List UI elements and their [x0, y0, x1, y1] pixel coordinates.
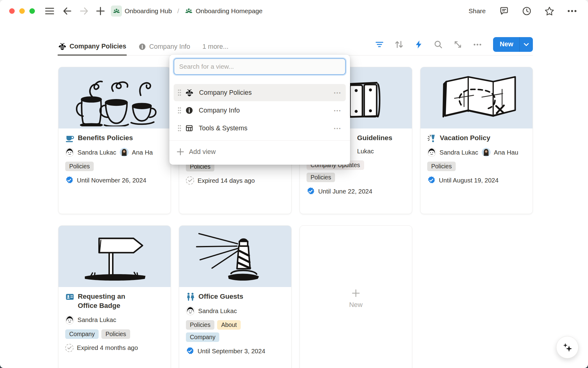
breadcrumb-hub-label: Onboarding Hub [125, 7, 172, 15]
card-authors: Sandra Lukac Ana Ha [65, 148, 164, 157]
more-options-icon[interactable] [565, 4, 579, 18]
card-benefits-policies[interactable]: Benefits Policies Sandra Lukac Ana Ha Po… [58, 67, 171, 214]
tag: Company [186, 332, 219, 342]
card-status: Until August 19, 2024 [427, 176, 526, 184]
author-name: Sandra Lukac [439, 149, 478, 156]
breadcrumb-hub[interactable]: Onboarding Hub [109, 4, 174, 18]
table-icon [185, 124, 193, 132]
view-row-options-icon[interactable]: ••• [333, 106, 343, 115]
tab-label: 1 more... [202, 43, 228, 51]
card-tags: Policies [65, 162, 164, 171]
card-title: Requesting an Office Badge [65, 292, 164, 311]
vacation-icon [427, 134, 436, 143]
view-row-company-info[interactable]: Company Info ••• [174, 102, 346, 119]
comments-icon[interactable] [497, 4, 511, 18]
card-title-text: Office Guests [198, 292, 243, 301]
avatar [482, 148, 491, 157]
expired-icon [65, 344, 74, 352]
new-button[interactable]: New [493, 37, 519, 52]
view-row-options-icon[interactable]: ••• [333, 124, 343, 133]
card-body: Office Guests Sandra Lukac Policies Abou… [179, 287, 291, 361]
map-drawing [426, 70, 527, 126]
view-tabs: Company Policies Company Info 1 more... [58, 42, 228, 56]
card-authors: Sandra Lukac [65, 316, 164, 324]
new-card-label: New [349, 301, 363, 309]
plus-icon [352, 289, 360, 297]
view-tabbar: Company Policies Company Info 1 more... [0, 22, 588, 56]
zoom-window-button[interactable] [29, 8, 35, 14]
expand-icon[interactable] [453, 39, 463, 50]
avatar [427, 148, 436, 157]
forward-icon[interactable] [77, 4, 91, 18]
avatar [186, 306, 195, 315]
card-office-badge[interactable]: Requesting an Office Badge Sandra Lukac … [58, 225, 171, 368]
card-title: Benefits Policies [65, 133, 164, 143]
view-row-label: Tools & Systems [199, 125, 247, 132]
view-options-ellipsis-icon[interactable] [472, 39, 483, 50]
drag-handle-icon[interactable] [175, 123, 183, 134]
tab-more-views[interactable]: 1 more... [202, 43, 228, 56]
view-row-company-policies[interactable]: Company Policies ••• [174, 84, 346, 101]
new-card-placeholder[interactable]: New [300, 225, 412, 368]
add-view-label: Add view [189, 148, 216, 156]
card-status-text: Expired 4 months ago [77, 344, 138, 351]
card-title-text: Guidelines [357, 133, 392, 143]
author-name: Sandra Lukac [198, 307, 237, 315]
views-dropdown: Company Policies ••• Company Info ••• [169, 55, 350, 165]
tab-company-info[interactable]: Company Info [138, 43, 190, 56]
card-body: Requesting an Office Badge Sandra Lukac … [58, 287, 171, 358]
filter-icon[interactable] [374, 39, 385, 50]
verified-badge-icon [427, 176, 435, 184]
author-name: Sandra Lukac [77, 316, 116, 324]
view-row-options-icon[interactable]: ••• [333, 88, 343, 97]
view-search-input[interactable] [174, 58, 346, 75]
card-office-guests[interactable]: Office Guests Sandra Lukac Policies Abou… [179, 225, 292, 368]
breadcrumb-page[interactable]: Onboarding Homepage [183, 6, 264, 17]
card-authors: Lukac [357, 148, 405, 155]
favorite-star-icon[interactable] [543, 4, 556, 18]
verified-badge-icon [186, 347, 194, 355]
card-authors: Sandra Lukac [186, 306, 285, 315]
history-clock-icon[interactable] [520, 4, 533, 18]
people-icon [186, 292, 195, 301]
card-status: Until November 26, 2024 [65, 176, 164, 184]
back-icon[interactable] [61, 4, 74, 18]
view-toolbar: New [374, 37, 533, 52]
close-window-button[interactable] [9, 8, 15, 14]
new-page-plus-icon[interactable] [94, 4, 107, 18]
card-status-text: Until September 3, 2024 [198, 347, 265, 355]
sidebar-menu-icon[interactable] [43, 4, 56, 18]
card-title-text: Benefits Policies [78, 133, 133, 143]
card-body: Benefits Policies Sandra Lukac Ana Ha Po… [58, 128, 171, 190]
add-view-button[interactable]: Add view [174, 143, 346, 160]
card-title: Vacation Policy [427, 133, 526, 143]
card-status-text: Expired 14 days ago [198, 177, 255, 184]
drag-handle-icon[interactable] [175, 87, 183, 98]
expired-icon [186, 176, 194, 185]
search-icon[interactable] [433, 39, 443, 50]
team-icon [111, 6, 122, 17]
drag-handle-icon[interactable] [175, 105, 183, 116]
card-title-text: Vacation Policy [440, 133, 490, 143]
ai-sparkle-button[interactable] [556, 336, 579, 358]
minimize-window-button[interactable] [19, 8, 25, 14]
automations-lightning-icon[interactable] [413, 39, 424, 50]
card-tags: Policies [427, 162, 526, 171]
info-icon [185, 106, 193, 114]
card-status: Until September 3, 2024 [186, 347, 285, 355]
tab-company-policies[interactable]: Company Policies [58, 42, 126, 56]
view-row-tools-systems[interactable]: Tools & Systems ••• [174, 120, 346, 137]
info-icon [138, 43, 146, 51]
sparkles-icon [561, 341, 574, 354]
card-title: Office Guests [186, 292, 285, 301]
card-tags: Policies [307, 173, 405, 182]
team-icon [185, 7, 193, 15]
new-button-chevron-icon[interactable] [520, 37, 533, 52]
coffee-cups-drawing [64, 70, 165, 126]
breadcrumb-separator: / [177, 7, 180, 15]
card-vacation-policy[interactable]: Vacation Policy Sandra Lukac Ana Hau Pol… [420, 67, 533, 214]
sort-icon[interactable] [394, 39, 404, 50]
breadcrumb-page-label: Onboarding Homepage [196, 7, 262, 15]
share-button[interactable]: Share [466, 6, 488, 17]
author-name: Sandra Lukac [77, 149, 116, 156]
